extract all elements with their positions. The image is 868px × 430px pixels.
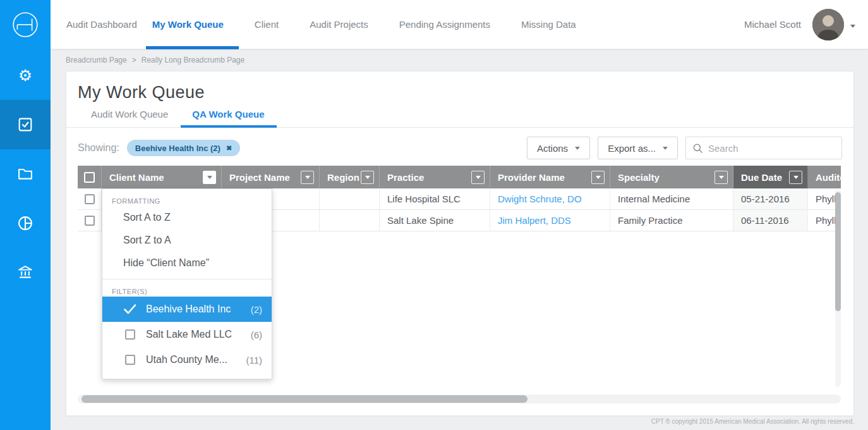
row-checkbox[interactable] xyxy=(85,194,95,204)
table-header-row: Client Name Project Name Region Practice… xyxy=(78,166,841,188)
nav-tab-audit-projects[interactable]: Audit Projects xyxy=(310,0,368,49)
nav-tab-label: Audit Projects xyxy=(310,19,368,30)
select-all-cell xyxy=(78,166,102,188)
copyright-notice: CPT ® copyright 2015 American Medical As… xyxy=(651,418,854,425)
sidebar-nav: ⚙ xyxy=(0,51,51,297)
user-avatar-image xyxy=(812,9,844,40)
folder-icon xyxy=(16,165,34,183)
search-icon xyxy=(692,143,703,154)
nav-tab-label: Pending Assignments xyxy=(399,19,490,30)
filter-option-beehive-health[interactable]: Beehive Health Inc (2) xyxy=(102,297,272,322)
nav-tab-label: My Work Queue xyxy=(152,19,224,30)
cell-due-date: 06-11-2016 xyxy=(733,210,808,231)
subtab-label: Audit Work Queue xyxy=(91,109,168,120)
nav-tab-client[interactable]: Client xyxy=(255,0,279,49)
sidebar-item-settings[interactable]: ⚙ xyxy=(0,51,51,100)
nav-tab-my-work-queue[interactable]: My Work Queue xyxy=(152,0,224,49)
chevron-down-icon xyxy=(663,147,668,150)
chevron-down-icon[interactable] xyxy=(850,19,855,30)
active-tab-underline xyxy=(146,46,239,49)
menu-item-sort-a-to-z[interactable]: Sort A to Z xyxy=(102,206,272,229)
column-menu-button-client-name[interactable] xyxy=(203,171,216,184)
chevron-down-icon xyxy=(575,147,580,150)
subtab-audit-work-queue[interactable]: Audit Work Queue xyxy=(91,109,168,127)
sidebar-item-projects[interactable] xyxy=(0,149,51,199)
cell-specialty: Family Practice xyxy=(610,210,733,231)
active-subtab-underline xyxy=(181,125,277,128)
filter-option-salt-lake-med[interactable]: Salt Lake Med LLC (6) xyxy=(102,322,272,347)
subtab-qa-work-queue[interactable]: QA Work Queue xyxy=(192,109,264,127)
close-icon[interactable]: ✖ xyxy=(226,144,232,152)
horizontal-scrollbar-thumb[interactable] xyxy=(81,395,527,403)
breadcrumb-separator: > xyxy=(132,56,136,64)
filter-chip-beehive[interactable]: Beehive Health Inc (2) ✖ xyxy=(127,140,240,156)
cell-region xyxy=(320,210,380,231)
menu-item-sort-z-to-a[interactable]: Sort Z to A xyxy=(102,229,272,252)
filter-option-count: (6) xyxy=(251,329,262,340)
toolbar-right: Actions Export as... xyxy=(527,137,842,159)
nav-tab-pending-assignments[interactable]: Pending Assignments xyxy=(399,0,490,49)
breadcrumb-item[interactable]: Breadcrumb Page xyxy=(66,56,127,64)
work-queue-table: Client Name Project Name Region Practice… xyxy=(78,166,841,395)
page-title: My Work Queue xyxy=(78,83,853,102)
column-menu-button-practice[interactable] xyxy=(471,171,485,184)
column-header-auditor: Auditor xyxy=(808,166,841,188)
filter-option-label: Salt Lake Med LLC xyxy=(146,329,232,340)
column-header-project-name: Project Name xyxy=(222,166,320,188)
column-label: Region xyxy=(327,172,359,183)
checkbox-icon xyxy=(123,355,137,365)
export-button[interactable]: Export as... xyxy=(598,137,678,159)
actions-button-label: Actions xyxy=(537,143,568,154)
breadcrumb-item[interactable]: Really Long Breadcrumb Page xyxy=(142,56,244,64)
column-label: Due Date xyxy=(741,172,782,183)
column-menu-button-due-date[interactable] xyxy=(789,171,802,184)
cell-provider-link[interactable]: Jim Halpert, DDS xyxy=(490,210,610,231)
content-card: My Work Queue Audit Work Queue QA Work Q… xyxy=(66,71,854,416)
column-header-practice: Practice xyxy=(380,166,490,188)
filter-option-utah-county[interactable]: Utah County Me... (11) xyxy=(102,347,272,372)
nav-tab-audit-dashboard[interactable]: Audit Dashboard xyxy=(66,0,137,49)
export-button-label: Export as... xyxy=(608,143,656,154)
filter-option-count: (2) xyxy=(251,304,262,315)
toolbar: Showing: Beehive Health Inc (2) ✖ Action… xyxy=(78,136,842,160)
vertical-scrollbar-thumb[interactable] xyxy=(835,192,841,311)
sidebar-item-reports[interactable] xyxy=(0,199,51,248)
search-box[interactable] xyxy=(685,137,842,159)
column-menu-button-specialty[interactable] xyxy=(714,171,728,184)
actions-button[interactable]: Actions xyxy=(527,137,590,159)
column-label: Project Name xyxy=(229,172,290,183)
bank-icon xyxy=(16,264,34,281)
column-header-due-date: Due Date xyxy=(733,166,808,188)
pie-chart-icon xyxy=(16,214,34,232)
user-menu[interactable]: Michael Scott xyxy=(744,9,855,40)
menu-divider xyxy=(102,279,272,280)
column-header-specialty: Specialty xyxy=(610,166,733,188)
top-navigation: Audit Dashboard My Work Queue Client Aud… xyxy=(51,0,868,49)
main-area: Audit Dashboard My Work Queue Client Aud… xyxy=(51,0,868,430)
sidebar-item-clients[interactable] xyxy=(0,248,51,297)
column-label: Provider Name xyxy=(498,172,565,183)
column-menu-button-project-name[interactable] xyxy=(301,171,314,184)
cell-region xyxy=(320,188,380,209)
row-select-cell xyxy=(78,210,102,231)
row-select-cell xyxy=(78,188,102,209)
horizontal-scrollbar-track[interactable] xyxy=(78,395,841,403)
cell-provider-link[interactable]: Dwight Schrute, DO xyxy=(490,188,610,209)
row-checkbox[interactable] xyxy=(85,216,95,226)
user-avatar[interactable] xyxy=(812,9,844,40)
app-logo[interactable] xyxy=(0,0,51,44)
nav-tab-label: Client xyxy=(255,19,279,30)
nav-tab-missing-data[interactable]: Missing Data xyxy=(521,0,576,49)
column-menu-button-region[interactable] xyxy=(361,171,374,184)
client-name-column-menu: FORMATTING Sort A to Z Sort Z to A Hide … xyxy=(102,188,272,379)
sidebar-item-work-queue[interactable] xyxy=(0,100,51,149)
search-input[interactable] xyxy=(708,143,835,154)
select-all-checkbox[interactable] xyxy=(84,172,95,183)
menu-item-hide-column[interactable]: Hide “Client Name” xyxy=(102,252,272,274)
vertical-scrollbar-track[interactable] xyxy=(835,190,841,387)
column-label: Client Name xyxy=(109,172,164,183)
column-menu-button-provider-name[interactable] xyxy=(591,171,605,184)
user-name: Michael Scott xyxy=(744,19,801,30)
column-label: Auditor xyxy=(816,172,841,183)
subtab-label: QA Work Queue xyxy=(192,109,264,120)
